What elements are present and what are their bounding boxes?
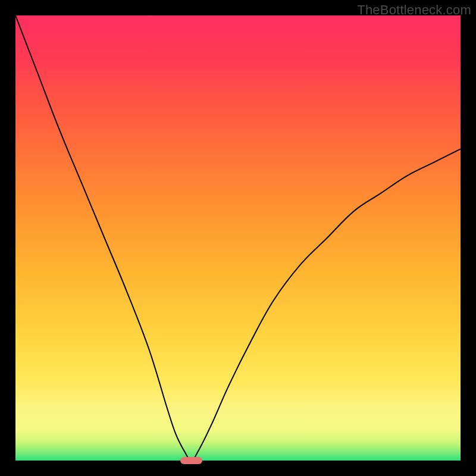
chart-container: TheBottleneck.com [0, 0, 476, 476]
bottleneck-curve [15, 15, 461, 461]
plot-area [15, 15, 461, 461]
optimum-marker [180, 457, 202, 464]
watermark-text: TheBottleneck.com [357, 2, 471, 18]
curve-path [15, 15, 461, 461]
